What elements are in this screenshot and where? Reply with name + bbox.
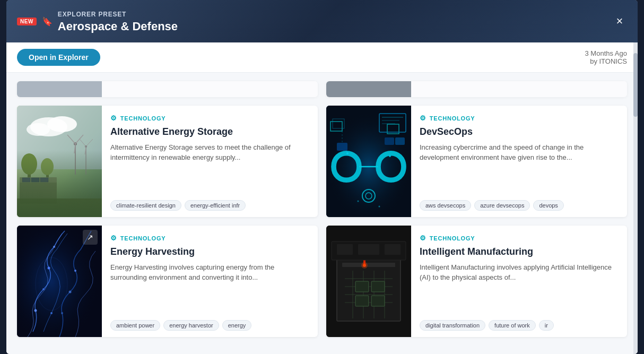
top-card-left-body — [102, 81, 318, 97]
modal-title: Aerospace & Defense — [58, 20, 178, 33]
card-manufacturing-title: Intelligent Manufacturing — [420, 246, 619, 258]
svg-point-52 — [69, 291, 72, 293]
svg-point-41 — [346, 152, 349, 154]
tag-energy-efficient[interactable]: energy-efficient infr — [185, 200, 246, 211]
expand-button[interactable]: ↗ — [83, 230, 98, 245]
svg-point-47 — [34, 309, 37, 312]
card-devsecops-title: DevSecOps — [420, 126, 619, 138]
card-intelligent-manufacturing[interactable]: ⚙ TECHNOLOGY Intelligent Manufacturing I… — [326, 226, 627, 337]
card-energy-harvesting-body: ⚙ TECHNOLOGY Energy Harvesting Energy Ha… — [102, 226, 318, 337]
svg-point-18 — [41, 158, 54, 175]
svg-point-62 — [361, 262, 368, 269]
technology-icon-2: ⚙ — [420, 114, 427, 122]
svg-rect-31 — [337, 143, 347, 151]
modal: NEW 🔖 EXPLORER PRESET Aerospace & Defens… — [6, 0, 638, 354]
svg-rect-24 — [17, 198, 102, 217]
new-badge: NEW — [17, 18, 37, 25]
svg-rect-26 — [326, 106, 411, 217]
svg-point-44 — [379, 206, 380, 208]
card-devsecops-tags: aws devsecops azure devsecops devops — [420, 200, 619, 211]
svg-rect-58 — [342, 263, 395, 267]
tag-azure[interactable]: azure devsecops — [474, 200, 530, 211]
card-energy-storage-title: Alternative Energy Storage — [110, 126, 309, 138]
modal-overlay: NEW 🔖 EXPLORER PRESET Aerospace & Defens… — [0, 0, 644, 354]
svg-rect-33 — [385, 137, 394, 145]
tag-digital-transformation[interactable]: digital transformation — [420, 320, 485, 331]
card-devsecops-body: ⚙ TECHNOLOGY DevSecOps Increasing cyberc… — [411, 106, 627, 217]
card-energy-storage-body: ⚙ TECHNOLOGY Alternative Energy Storage … — [102, 106, 318, 217]
svg-rect-22 — [31, 178, 39, 182]
toolbar: Open in Explorer 3 Months Ago by ITONICS — [6, 42, 638, 73]
svg-rect-78 — [385, 244, 401, 255]
card-energy-harvesting-tags: ambient power energy harvestor energy — [110, 320, 309, 331]
top-card-left-image — [17, 81, 102, 97]
svg-rect-1 — [17, 106, 102, 169]
svg-rect-74 — [371, 296, 385, 306]
svg-point-16 — [21, 153, 37, 175]
svg-rect-21 — [22, 178, 30, 182]
card-energy-storage-tags: climate-resilient design energy-efficien… — [110, 200, 309, 211]
top-card-right — [326, 81, 627, 97]
card-manufacturing-category: ⚙ TECHNOLOGY — [420, 234, 619, 242]
bookmark-icon: 🔖 — [42, 16, 53, 27]
tag-aws[interactable]: aws devsecops — [420, 200, 471, 211]
card-energy-harvesting-description: Energy Harvesting involves capturing ene… — [110, 262, 309, 316]
technology-icon-3: ⚙ — [110, 234, 117, 242]
technology-icon-4: ⚙ — [420, 234, 427, 242]
card-energy-storage-category: ⚙ TECHNOLOGY — [110, 114, 309, 122]
technology-icon: ⚙ — [110, 114, 117, 122]
top-row — [17, 73, 627, 97]
card-energy-harvesting[interactable]: ↗ ⚙ TECHNOLOGY Energy Harvesting Energy … — [17, 226, 318, 337]
card-manufacturing-tags: digital transformation future of work ir — [420, 320, 619, 331]
svg-rect-71 — [355, 281, 369, 292]
header-content: NEW 🔖 EXPLORER PRESET Aerospace & Defens… — [17, 9, 178, 33]
card-energy-harvesting-category: ⚙ TECHNOLOGY — [110, 234, 309, 242]
top-card-left — [17, 81, 318, 97]
card-manufacturing-description: Intelligent Manufacturing involves apply… — [420, 262, 619, 316]
card-manufacturing-body: ⚙ TECHNOLOGY Intelligent Manufacturing I… — [411, 226, 627, 337]
svg-rect-34 — [395, 137, 405, 145]
close-button[interactable]: × — [611, 13, 628, 30]
svg-point-49 — [48, 267, 50, 270]
card-energy-storage-description: Alternative Energy Storage serves to mee… — [110, 142, 309, 196]
tag-ambient[interactable]: ambient power — [110, 320, 160, 331]
header-text: EXPLORER PRESET Aerospace & Defense — [58, 9, 178, 33]
scrollbar-track[interactable] — [633, 42, 638, 354]
top-card-right-body — [411, 81, 627, 97]
svg-point-53 — [74, 270, 76, 272]
scrollbar-thumb[interactable] — [633, 53, 638, 117]
svg-rect-73 — [355, 296, 369, 306]
svg-point-51 — [61, 312, 63, 314]
tag-future-of-work[interactable]: future of work — [489, 320, 536, 331]
top-card-right-image — [326, 81, 411, 97]
tag-ir[interactable]: ir — [539, 320, 554, 331]
open-in-explorer-button[interactable]: Open in Explorer — [17, 49, 100, 66]
svg-rect-76 — [337, 244, 353, 255]
card-devsecops[interactable]: ⚙ TECHNOLOGY DevSecOps Increasing cyberc… — [326, 106, 627, 217]
card-manufacturing-image — [326, 226, 411, 337]
tag-devops[interactable]: devops — [533, 200, 563, 211]
tag-energy[interactable]: energy — [222, 320, 252, 331]
svg-point-43 — [358, 201, 359, 202]
svg-point-4 — [27, 123, 50, 136]
svg-rect-72 — [371, 281, 385, 292]
svg-rect-20 — [20, 177, 57, 183]
content-area[interactable]: ⚙ TECHNOLOGY Alternative Energy Storage … — [6, 73, 638, 354]
card-energy-storage-image — [17, 106, 102, 217]
card-devsecops-category: ⚙ TECHNOLOGY — [420, 114, 619, 122]
svg-rect-77 — [358, 244, 379, 255]
card-devsecops-image — [326, 106, 411, 217]
svg-point-50 — [53, 246, 55, 248]
meta-time: 3 Months Ago — [585, 49, 628, 57]
svg-rect-17 — [46, 169, 49, 180]
tag-harvestor[interactable]: energy harvestor — [163, 320, 219, 331]
svg-point-42 — [389, 155, 391, 157]
cards-grid: ⚙ TECHNOLOGY Alternative Energy Storage … — [17, 97, 627, 337]
card-energy-harvesting-title: Energy Harvesting — [110, 246, 309, 258]
svg-point-3 — [47, 116, 77, 132]
preset-label: EXPLORER PRESET — [58, 11, 126, 18]
modal-header: NEW 🔖 EXPLORER PRESET Aerospace & Defens… — [6, 0, 638, 42]
card-energy-storage[interactable]: ⚙ TECHNOLOGY Alternative Energy Storage … — [17, 106, 318, 217]
meta-info: 3 Months Ago by ITONICS — [585, 49, 628, 65]
tag-climate-resilient[interactable]: climate-resilient design — [110, 200, 181, 211]
